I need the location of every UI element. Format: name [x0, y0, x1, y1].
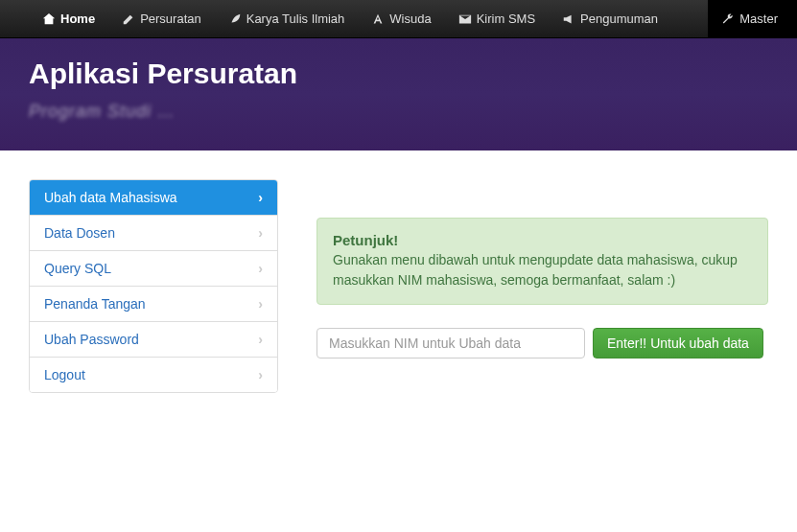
top-navbar: Home Persuratan Karya Tulis Ilmiah Wisud… — [0, 0, 797, 38]
page-title: Aplikasi Persuratan — [29, 58, 768, 90]
edit-icon — [122, 12, 135, 26]
chevron-right-icon: › — [258, 261, 263, 276]
sidebar-item-penanda-tangan[interactable]: Penanda Tangan › — [30, 287, 277, 322]
sidebar-item-label: Ubah Password — [44, 332, 139, 347]
font-icon — [371, 12, 385, 26]
nav-label: Persuratan — [140, 12, 201, 26]
wrench-icon — [721, 12, 735, 26]
chevron-right-icon: › — [258, 367, 263, 382]
chevron-right-icon: › — [258, 296, 263, 312]
nav-label: Karya Tulis Ilmiah — [246, 12, 345, 26]
alert-title: Petunjuk! — [333, 232, 752, 248]
sidebar-item-data-dosen[interactable]: Data Dosen › — [30, 216, 277, 251]
nav-label: Pengumuman — [580, 12, 658, 26]
nav-home[interactable]: Home — [29, 0, 108, 38]
sidebar-item-label: Logout — [44, 367, 85, 382]
nav-label: Wisuda — [389, 12, 431, 26]
chevron-right-icon: › — [258, 225, 263, 241]
sidebar-item-label: Penanda Tangan — [44, 296, 146, 312]
page-subtitle: Program Studi … — [29, 102, 768, 122]
nav-persuratan[interactable]: Persuratan — [108, 0, 215, 38]
nav-label: Master — [739, 12, 778, 26]
sidebar-item-ubah-mahasiswa[interactable]: Ubah data Mahasiswa › — [30, 180, 277, 216]
submit-button[interactable]: Enter!! Untuk ubah data — [593, 328, 763, 359]
sidebar-item-label: Ubah data Mahasiswa — [44, 190, 177, 205]
nim-input[interactable] — [316, 328, 585, 359]
nav-wisuda[interactable]: Wisuda — [358, 0, 444, 38]
nav-kirim-sms[interactable]: Kirim SMS — [445, 0, 549, 38]
help-alert: Petunjuk! Gunakan menu dibawah untuk men… — [316, 218, 768, 305]
sidebar-item-query-sql[interactable]: Query SQL › — [30, 251, 277, 287]
nav-pengumuman[interactable]: Pengumuman — [549, 0, 671, 38]
sidebar-item-label: Data Dosen — [44, 225, 115, 241]
main-container: Ubah data Mahasiswa › Data Dosen › Query… — [0, 150, 797, 422]
alert-body: Gunakan menu dibawah untuk mengupdate da… — [333, 250, 752, 290]
chevron-right-icon: › — [258, 190, 263, 205]
chevron-right-icon: › — [258, 332, 263, 347]
content-area: Petunjuk! Gunakan menu dibawah untuk men… — [316, 179, 768, 393]
nav-label: Kirim SMS — [477, 12, 535, 26]
sidebar-item-logout[interactable]: Logout › — [30, 358, 277, 392]
sidebar-item-label: Query SQL — [44, 261, 111, 276]
nav-label: Home — [60, 12, 95, 26]
sidebar-item-ubah-password[interactable]: Ubah Password › — [30, 322, 277, 358]
sidebar: Ubah data Mahasiswa › Data Dosen › Query… — [29, 179, 278, 393]
home-icon — [42, 12, 56, 26]
nav-karya-tulis[interactable]: Karya Tulis Ilmiah — [215, 0, 359, 38]
bullhorn-icon — [562, 12, 575, 26]
leaf-icon — [228, 12, 242, 26]
envelope-icon — [458, 12, 472, 26]
nim-form: Enter!! Untuk ubah data — [316, 328, 768, 359]
hero-banner: Aplikasi Persuratan Program Studi … — [0, 38, 797, 150]
nav-master[interactable]: Master — [708, 0, 797, 38]
